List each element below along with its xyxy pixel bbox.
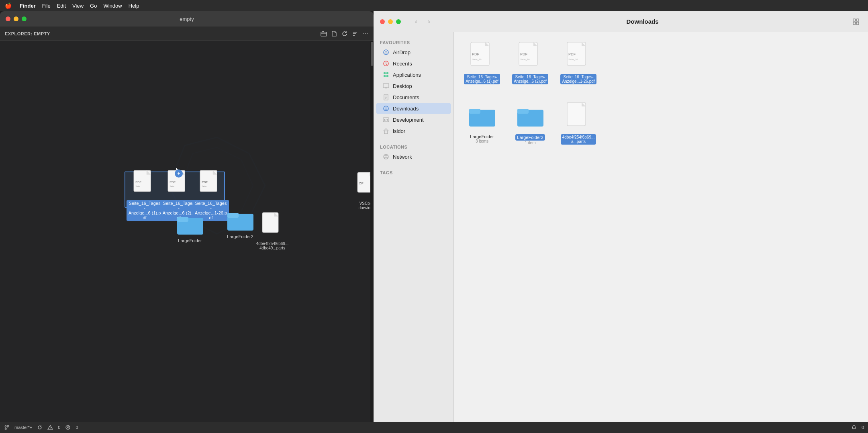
svg-rect-0: [321, 32, 327, 36]
new-folder-icon[interactable]: [321, 31, 327, 37]
pdf-file-2[interactable]: PDF Seite + Seite_16_Tages-Anzeige...6 (…: [161, 170, 197, 221]
svg-point-26: [384, 50, 388, 55]
pdf-icon-3: PDF Seite: [199, 170, 223, 198]
sidebar-item-development[interactable]: Development: [376, 114, 451, 125]
svg-rect-30: [386, 72, 388, 74]
explorer-label: EXPLORER: EMPTY: [5, 31, 50, 36]
sidebar-applications-label: Applications: [393, 72, 421, 78]
finder-large-folder[interactable]: LargeFolder 3 items: [462, 100, 502, 145]
svg-text:!: !: [50, 427, 51, 429]
large-folder-1[interactable]: LargeFolder: [172, 214, 208, 244]
menu-go[interactable]: Go: [90, 3, 97, 9]
sidebar-network-label: Network: [393, 154, 412, 160]
apple-menu[interactable]: 🍎: [5, 2, 12, 9]
finder-folder-icon-1: [468, 100, 496, 133]
sidebar-item-recents[interactable]: Recents: [376, 58, 451, 69]
finder-pdf-1[interactable]: PDF Seite_16 Seite_16_Tages-Anzeige...6 …: [462, 40, 502, 84]
sidebar-documents-label: Documents: [393, 94, 419, 100]
sidebar-item-network[interactable]: Network: [376, 151, 451, 162]
finder-folder-label-2: LargeFolder2: [515, 134, 545, 141]
vscode-scrollbar[interactable]: [370, 41, 374, 422]
sidebar-item-downloads[interactable]: Downloads: [376, 103, 451, 114]
scrollbar-thumb[interactable]: [371, 42, 373, 66]
new-file-icon[interactable]: [331, 31, 337, 37]
vscode-content[interactable]: PDF Seite Seite_16_Tages-Anzeige...6 (1)…: [0, 41, 374, 422]
finder-folder-sublabel-2: 1 item: [525, 141, 535, 145]
applications-icon: [382, 71, 390, 78]
sidebar-item-documents[interactable]: Documents: [376, 92, 451, 103]
finder-parts-label: 4dbe4f254f6b69...a...parts: [561, 134, 596, 145]
sidebar-item-applications[interactable]: Applications: [376, 69, 451, 80]
sidebar-development-label: Development: [393, 117, 424, 123]
menu-window[interactable]: Window: [103, 3, 122, 9]
svg-text:Seite: Seite: [135, 185, 140, 188]
downloads-icon: [382, 105, 390, 112]
vscode-window: empty EXPLORER: EMPTY ···: [0, 11, 374, 422]
vscode-zip[interactable]: ZIP VSCode-darwin.zip: [349, 172, 374, 211]
git-branch-icon: [4, 425, 10, 430]
parts-file[interactable]: 4dbe4f254f6b69...4dbe49...parts: [254, 212, 290, 251]
finder-grid-view-button[interactable]: [850, 17, 862, 26]
maximize-button[interactable]: [22, 16, 27, 21]
bell-count[interactable]: 0: [862, 425, 864, 430]
finder-close-button[interactable]: [380, 19, 385, 24]
finder-parts-file[interactable]: 4dbe4f254f6b69...a...parts: [558, 100, 598, 145]
svg-rect-34: [385, 88, 387, 88]
svg-rect-33: [383, 84, 389, 88]
menu-file[interactable]: File: [42, 3, 51, 9]
finder-pdf-label-3: Seite_16_Tages-Anzeige...1-26.pdf: [560, 74, 596, 84]
sync-icon[interactable]: [37, 425, 43, 430]
finder-large-folder-2[interactable]: LargeFolder2 1 item: [510, 100, 550, 145]
network-icon: [382, 153, 390, 160]
finder-titlebar: ‹ › Downloads: [374, 11, 868, 32]
sidebar-item-desktop[interactable]: Desktop: [376, 80, 451, 92]
favourites-header: Favourites: [374, 37, 453, 47]
finder-pdf-2[interactable]: PDF Seite_16 Seite_16_Tages-Anzeige...6 …: [510, 40, 550, 84]
menu-finder[interactable]: Finder: [20, 3, 36, 9]
svg-text:Seite_16: Seite_16: [568, 58, 578, 61]
svg-point-59: [5, 425, 6, 427]
finder-forward-button[interactable]: ›: [423, 17, 435, 26]
menu-edit[interactable]: Edit: [57, 3, 66, 9]
statusbar: master*+ ! 0 0 0: [0, 422, 868, 433]
window-controls: [6, 16, 27, 21]
svg-text:PDF: PDF: [520, 52, 528, 56]
finder-pdf-3[interactable]: PDF Seite_16 Seite_16_Tages-Anzeige...1-…: [558, 40, 598, 84]
finder-minimize-button[interactable]: [388, 19, 393, 24]
parts-file-icon: [261, 212, 284, 239]
pdf-file-1[interactable]: PDF Seite Seite_16_Tages-Anzeige...6 (1)…: [127, 170, 163, 221]
minimize-button[interactable]: [14, 16, 18, 21]
sidebar-item-airdrop[interactable]: AirDrop: [376, 47, 451, 58]
svg-rect-13: [177, 217, 188, 222]
sidebar-airdrop-label: AirDrop: [393, 49, 411, 55]
finder-main[interactable]: PDF Seite_16 Seite_16_Tages-Anzeige...6 …: [454, 32, 868, 422]
sidebar-downloads-label: Downloads: [393, 106, 419, 112]
svg-rect-22: [853, 19, 856, 21]
svg-text:PDF: PDF: [472, 52, 480, 56]
menu-help[interactable]: Help: [129, 3, 139, 9]
notification-count: [851, 425, 857, 430]
folder-label-2: LargeFolder2: [225, 233, 255, 240]
folder-label-1: LargeFolder: [176, 237, 203, 244]
pdf-label-1: Seite_16_Tages-Anzeige...6 (1).pdf: [127, 200, 163, 221]
pdf-icon-1: PDF Seite: [133, 170, 157, 198]
tags-header: Tags: [374, 167, 453, 177]
home-icon: [382, 127, 390, 135]
large-folder-2[interactable]: LargeFolder2: [222, 210, 258, 240]
sidebar-item-isidor[interactable]: isidor: [376, 125, 451, 137]
collapse-icon[interactable]: [352, 31, 358, 37]
error-icon: [65, 425, 71, 430]
refresh-icon[interactable]: [341, 31, 348, 37]
more-icon[interactable]: ···: [362, 31, 369, 37]
close-button[interactable]: [6, 16, 10, 21]
errors-count: 0: [76, 425, 78, 430]
finder-window: ‹ › Downloads Favourites: [374, 11, 868, 422]
vscode-titlebar: empty: [0, 11, 374, 27]
vscode-window-title: empty: [180, 16, 194, 22]
finder-maximize-button[interactable]: [396, 19, 401, 24]
finder-back-button[interactable]: ‹: [411, 17, 422, 26]
folder-icon-2: [227, 210, 253, 232]
git-branch-label[interactable]: master*+: [14, 425, 32, 430]
finder-parts-icon: [564, 100, 592, 133]
menu-view[interactable]: View: [72, 3, 84, 9]
